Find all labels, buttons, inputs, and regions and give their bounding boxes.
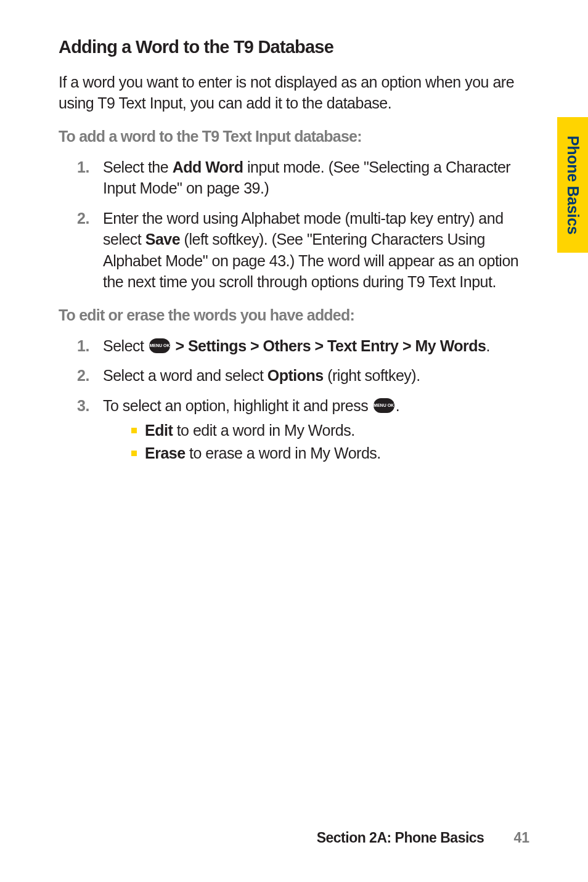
page-content: Adding a Word to the T9 Database If a wo…	[0, 0, 588, 464]
menu-ok-icon: MENU OK	[149, 338, 170, 353]
step-text: Select the Add Word input mode. (See "Se…	[103, 158, 510, 197]
step-number: 1.	[77, 157, 89, 178]
step-text: Enter the word using Alphabet mode (mult…	[103, 210, 518, 291]
page-heading: Adding a Word to the T9 Database	[59, 37, 529, 57]
sub-option-item: Erase to erase a word in My Words.	[131, 443, 529, 464]
sub-option-item: Edit to edit a word in My Words.	[131, 420, 529, 441]
sub-options-list: Edit to edit a word in My Words. Erase t…	[103, 420, 529, 464]
step-item: 2. Select a word and select Options (rig…	[77, 365, 529, 386]
step-text: To select an option, highlight it and pr…	[103, 397, 399, 414]
step-item: 1. Select MENU OK > Settings > Others > …	[77, 335, 529, 357]
intro-paragraph: If a word you want to enter is not displ…	[59, 72, 529, 114]
step-number: 1.	[77, 335, 89, 357]
step-item: 3. To select an option, highlight it and…	[77, 395, 529, 465]
step-item: 2. Enter the word using Alphabet mode (m…	[77, 208, 529, 293]
steps-list-1: 1. Select the Add Word input mode. (See …	[59, 157, 529, 293]
step-number: 2.	[77, 208, 89, 229]
menu-ok-icon: MENU OK	[374, 398, 394, 413]
step-item: 1. Select the Add Word input mode. (See …	[77, 157, 529, 199]
page-footer: Section 2A: Phone Basics 41	[0, 830, 588, 846]
footer-section-title: Section 2A: Phone Basics	[317, 830, 484, 846]
step-number: 2.	[77, 365, 89, 386]
step-text: Select MENU OK > Settings > Others > Tex…	[103, 337, 490, 354]
step-number: 3.	[77, 395, 89, 417]
subheading-edit-erase: To edit or erase the words you have adde…	[59, 306, 529, 324]
footer-page-number: 41	[513, 830, 529, 846]
step-text: Select a word and select Options (right …	[103, 367, 420, 384]
subheading-add-word: To add a word to the T9 Text Input datab…	[59, 128, 529, 145]
steps-list-2: 1. Select MENU OK > Settings > Others > …	[59, 335, 529, 465]
